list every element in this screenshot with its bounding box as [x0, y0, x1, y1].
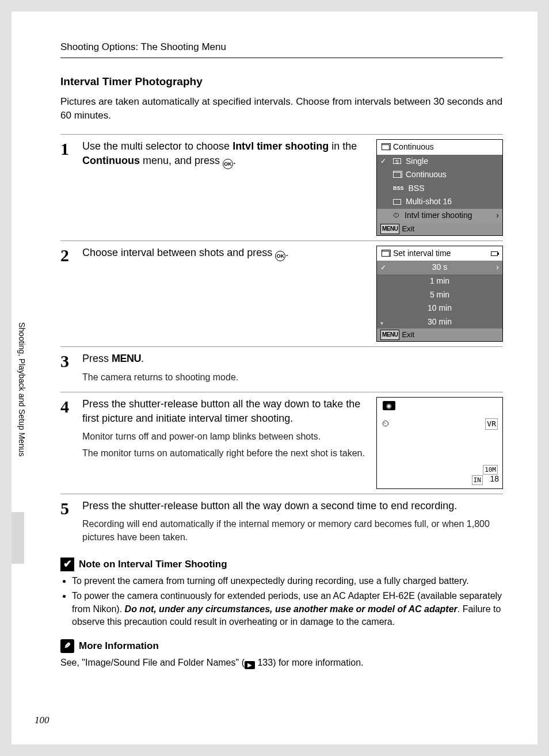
step-2: 2 Choose interval between shots and pres… [60, 246, 503, 342]
divider [60, 240, 503, 241]
more-info-text: See, "Image/Sound File and Folder Names"… [60, 656, 503, 669]
warning-bold: Do not, under any circumstances, use ano… [125, 604, 458, 614]
step-number: 4 [60, 397, 82, 489]
menu-word: MENU [112, 353, 141, 364]
note-block: ✔ Note on Interval Timer Shooting To pre… [60, 558, 503, 629]
step-4: 4 Press the shutter-release button all t… [60, 397, 503, 489]
label: Single [406, 156, 428, 167]
step-2-text: Choose interval between shots and press … [82, 246, 365, 261]
section-header: Shooting Options: The Shooting Menu [60, 40, 503, 54]
label: Multi-shot 16 [406, 196, 452, 208]
sidebar-section-label: Shooting, Playback and Setup Menus [16, 322, 27, 457]
exit-label: Exit [402, 330, 414, 340]
text: Press [82, 353, 112, 364]
timer-icon: ⏲ [382, 418, 390, 430]
lcd-continuous-menu: Continuous ✓Single Continuous BSSBSS Mul… [376, 139, 503, 236]
interval-30min: 30 min [377, 315, 502, 329]
page-ref-num: 133 [257, 658, 273, 667]
text: ) for more information. [273, 658, 363, 667]
battery-icon [491, 251, 498, 256]
step-3-note: The camera returns to shooting mode. [82, 371, 503, 384]
step-1: 1 Use the multi selector to choose Intvl… [60, 139, 503, 236]
text: menu, and press [140, 155, 223, 166]
sidebar-tab [12, 512, 24, 564]
header-rule [60, 58, 503, 58]
step-4-text: Press the shutter-release button all the… [82, 397, 365, 426]
check-icon: ✓ [380, 263, 386, 273]
text: Choose interval between shots and press [82, 247, 275, 258]
step-number: 2 [60, 246, 82, 342]
menu-item-intvl-timer: ⏲Intvl timer shooting [377, 209, 502, 223]
manual-page: Shooting, Playback and Setup Menus Shoot… [12, 12, 537, 744]
lcd-title: Set interval time [393, 248, 451, 259]
step-number: 1 [60, 139, 82, 236]
interval-5min: 5 min [377, 288, 502, 302]
menu-item-continuous: Continuous [377, 168, 502, 182]
bold: Continuous [82, 155, 140, 166]
more-info-icon [60, 639, 74, 653]
memory-indicator: IN [472, 475, 483, 485]
note-bullet-2: To power the camera continuously for ext… [72, 590, 503, 628]
menu-badge-icon: MENU [380, 330, 399, 340]
text: See, "Image/Sound File and Folder Names"… [60, 658, 245, 667]
menu-item-single: ✓Single [377, 155, 502, 169]
label: Intvl timer shooting [405, 210, 472, 222]
menu-item-multishot: Multi-shot 16 [377, 195, 502, 209]
text: Use the multi selector to choose [82, 140, 232, 152]
lcd-shooting-screen: ◉ ⏲ VR 10M IN 18 [376, 397, 503, 489]
divider [60, 392, 503, 392]
continuous-icon [393, 172, 401, 178]
grid-icon [393, 199, 401, 205]
ok-button-icon: OK [223, 159, 233, 169]
divider [60, 346, 503, 347]
divider [60, 134, 503, 135]
step-3-text: Press MENU. [82, 352, 503, 366]
step-3: 3 Press MENU. The camera returns to shoo… [60, 352, 503, 387]
continuous-icon [382, 251, 390, 257]
step-number: 5 [60, 499, 82, 547]
image-size-indicator: 10M [483, 465, 498, 475]
interval-1min: 1 min [377, 274, 502, 288]
lcd-interval-menu: Set interval time ✓30 s 1 min 5 min 10 m… [376, 246, 503, 342]
ok-button-icon: OK [275, 251, 285, 261]
step-4-note2: The monitor turns on automatically right… [82, 447, 365, 460]
interval-10min: 10 min [377, 301, 502, 315]
page-title: Interval Timer Photography [60, 74, 503, 90]
page-number: 100 [35, 713, 49, 727]
exit-label: Exit [402, 224, 414, 234]
menu-badge-icon: MENU [380, 224, 399, 234]
step-5-text: Press the shutter-release button all the… [82, 499, 503, 513]
clock-icon: ⏲ [393, 211, 400, 220]
camera-mode-icon: ◉ [383, 401, 395, 410]
check-box-icon: ✔ [60, 558, 74, 571]
bss-icon: BSS [393, 185, 404, 192]
continuous-icon [382, 144, 390, 150]
vr-indicator: VR [485, 418, 498, 430]
step-5-note: Recording will end automatically if the … [82, 518, 503, 544]
bold: Intvl timer shooting [232, 140, 329, 152]
lcd-footer: MENUExit [377, 223, 502, 235]
step-4-note1: Monitor turns off and power-on lamp blin… [82, 430, 365, 443]
single-icon [393, 158, 401, 164]
lcd-title: Continuous [393, 142, 434, 153]
divider [60, 494, 503, 494]
intro-text: Pictures are taken automatically at spec… [60, 95, 503, 123]
menu-item-bss: BSSBSS [377, 182, 502, 196]
note-bullet-1: To prevent the camera from turning off u… [72, 575, 503, 587]
remaining-count: 18 [490, 474, 499, 485]
page-ref-icon: ▶ [245, 661, 255, 669]
label: Continuous [406, 169, 447, 181]
text: in the [329, 140, 357, 152]
more-info-title: More Information [79, 639, 159, 653]
lcd-footer: MENUExit [377, 329, 502, 341]
more-info-block: More Information [60, 639, 503, 653]
step-number: 3 [60, 352, 82, 387]
scroll-down-icon: ▾ [380, 319, 383, 327]
note-title: Note on Interval Timer Shooting [79, 558, 227, 571]
step-5: 5 Press the shutter-release button all t… [60, 499, 503, 547]
label: 30 s [432, 262, 447, 273]
interval-30s: ✓30 s [377, 261, 502, 274]
check-icon: ✓ [380, 156, 386, 166]
step-1-text: Use the multi selector to choose Intvl t… [82, 139, 365, 169]
label: BSS [409, 183, 425, 194]
